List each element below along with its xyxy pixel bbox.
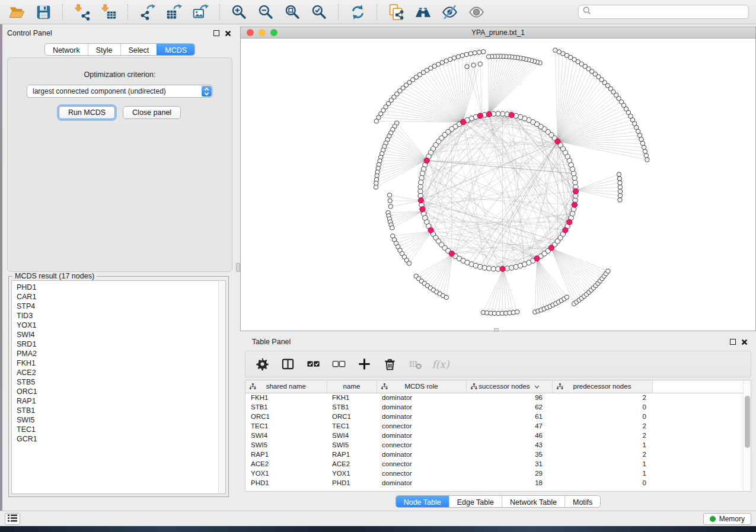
split-table-view-icon[interactable] [280,357,295,372]
network-node[interactable] [460,53,464,57]
table-scrollbar-thumb[interactable] [745,396,750,448]
network-mcds-node[interactable] [486,111,492,117]
network-mcds-node[interactable] [449,251,454,257]
network-mcds-node[interactable] [500,266,505,271]
task-history-button[interactable] [5,513,20,525]
network-node[interactable] [388,204,393,209]
network-node[interactable] [388,198,392,203]
table-row[interactable]: ORC1ORC1dominator610 [245,412,747,421]
network-node[interactable] [471,63,476,67]
import-network-icon[interactable] [72,2,91,21]
close-panel-button[interactable]: Close panel [123,106,181,119]
mcds-result-item[interactable]: SWI4 [17,330,225,339]
tab-style[interactable]: Style [88,44,120,55]
column-header-successor-nodes[interactable]: successor nodes [466,380,552,393]
network-node[interactable] [644,153,648,158]
mcds-result-item[interactable]: SWI5 [17,415,225,425]
table-tab-network-table[interactable]: Network Table [502,496,564,507]
network-mcds-node[interactable] [424,158,429,164]
vertical-splitter-handle[interactable] [236,263,240,272]
traffic-light-close[interactable] [247,29,254,36]
network-node[interactable] [477,50,481,55]
network-node[interactable] [374,119,378,123]
network-node[interactable] [473,51,477,55]
column-header-shared-name[interactable]: shared name [245,380,327,393]
network-node[interactable] [444,295,448,299]
network-node[interactable] [419,180,423,185]
network-node[interactable] [643,149,647,153]
table-row[interactable]: RAP1RAP1dominator352 [245,450,747,459]
float-panel-icon[interactable] [213,30,219,36]
delete-column-icon[interactable] [382,357,397,372]
table-settings-icon[interactable] [254,357,270,372]
mcds-result-item[interactable]: STB5 [17,377,225,387]
network-node[interactable] [374,185,378,189]
column-header-mcds-role[interactable]: MCDS role [377,380,466,393]
zoom-out-icon[interactable] [256,2,275,21]
traffic-light-minimize[interactable] [259,29,266,36]
network-node[interactable] [617,177,621,181]
export-table-icon[interactable] [164,2,183,21]
mcds-result-item[interactable]: PMA2 [17,349,225,358]
network-node[interactable] [478,264,483,269]
network-node[interactable] [456,55,460,59]
table-tab-motifs[interactable]: Motifs [564,496,600,507]
search-input[interactable] [594,8,744,16]
traffic-light-zoom[interactable] [270,29,277,36]
network-node[interactable] [618,198,622,202]
network-node[interactable] [465,65,469,69]
network-node[interactable] [642,145,646,149]
mcds-result-item[interactable]: TID3 [17,311,225,321]
float-table-panel-icon[interactable] [730,339,736,345]
open-file-icon[interactable] [7,2,26,21]
network-canvas[interactable] [240,38,756,331]
network-mcds-node[interactable] [555,139,560,144]
network-node[interactable] [553,48,557,52]
network-mcds-node[interactable] [461,119,466,124]
column-header-predecessor-nodes[interactable]: predecessor nodes [552,380,652,393]
network-node[interactable] [564,295,569,299]
mcds-result-list[interactable]: PHD1CAR1STP4TID3YOX1SWI4SRD1PMA2FKH1ACE2… [11,280,226,494]
network-node[interactable] [509,265,514,270]
table-scrollbar[interactable] [743,380,751,491]
network-node[interactable] [387,193,391,197]
table-row[interactable]: SWI5SWI5connector431 [245,440,747,450]
table-row[interactable]: SWI4SWI4dominator462 [245,431,747,440]
network-node[interactable] [420,171,425,176]
mcds-result-item[interactable]: YOX1 [17,321,225,330]
show-all-icon[interactable] [467,2,486,21]
select-all-rows-icon[interactable] [305,357,321,372]
network-node[interactable] [468,52,473,56]
close-panel-icon[interactable] [225,30,231,37]
tab-mcds[interactable]: MCDS [157,44,194,55]
mcds-result-item[interactable]: CAR1 [17,292,225,302]
network-node[interactable] [478,62,482,66]
network-window-titlebar[interactable]: YPA_prune.txt_1 [240,27,756,38]
table-row[interactable]: STB1STB1dominator620 [245,402,747,412]
network-mcds-node[interactable] [418,198,423,203]
network-node[interactable] [618,181,622,185]
network-mcds-node[interactable] [572,202,577,207]
table-row[interactable]: FKH1FKH1dominator962 [245,393,747,402]
mcds-result-item[interactable]: GCR1 [17,434,225,444]
network-mcds-node[interactable] [420,207,425,212]
network-node[interactable] [487,266,492,271]
hide-selected-icon[interactable] [440,2,459,21]
mcds-result-scrollbar[interactable] [218,281,225,493]
table-row[interactable]: TEC1TEC1connector472 [245,421,747,431]
network-mcds-node[interactable] [534,256,540,261]
add-column-icon[interactable] [356,357,372,372]
duplicate-network-icon[interactable] [387,2,406,21]
mcds-result-item[interactable]: RAP1 [17,396,225,406]
network-node[interactable] [640,141,645,145]
deselect-all-rows-icon[interactable] [331,357,346,372]
table-row[interactable]: ACE2ACE2connector311 [245,459,747,469]
network-node[interactable] [486,55,490,59]
mcds-result-item[interactable]: SRD1 [17,339,225,349]
table-row[interactable]: PHD1PHD1dominator180 [245,478,747,488]
network-node[interactable] [390,226,394,230]
network-mcds-node[interactable] [567,219,572,225]
mcds-result-item[interactable]: ACE2 [17,368,225,377]
mcds-result-item[interactable]: STP4 [17,302,225,311]
mcds-result-item[interactable]: PHD1 [17,283,225,292]
